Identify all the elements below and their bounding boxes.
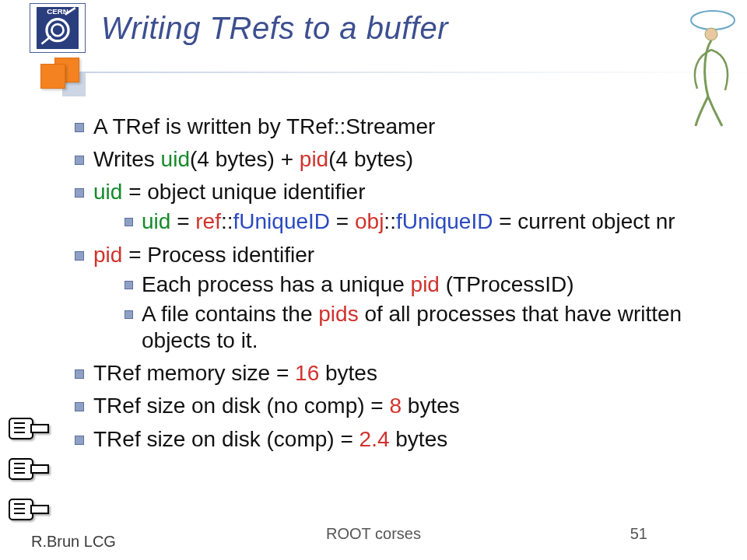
cern-logo-svg: CERN — [34, 7, 81, 49]
slide-content: A TRef is written by TRef::Streamer Writ… — [70, 109, 724, 459]
text-pid: pid — [300, 147, 328, 171]
text: TRef memory size = — [93, 361, 295, 385]
bullet: uid = object unique identifier uid = ref… — [70, 179, 724, 235]
bullet: Writes uid(4 bytes) + pid(4 bytes) — [70, 146, 724, 173]
text: TRef size on disk (comp) = — [93, 427, 359, 451]
text-uid: uid — [161, 147, 190, 171]
text-uid: uid — [142, 209, 170, 233]
bullet: TRef size on disk (comp) = 2.4 bytes — [70, 426, 724, 453]
sub-bullet: Each process has a unique pid (TProcessI… — [120, 271, 724, 298]
pointer-hand-icon — [8, 454, 51, 490]
svg-point-7 — [705, 28, 717, 40]
text: = current object nr — [493, 209, 675, 233]
text-funiqueid: fUniqueID — [233, 209, 331, 233]
text-uid: uid — [93, 180, 122, 204]
slide: CERN Writing TRefs to a buffer A TRef is… — [0, 0, 747, 560]
text: (4 bytes) — [328, 147, 413, 171]
text: :: — [384, 209, 396, 233]
text-value: 16 — [295, 361, 319, 385]
sub-bullet: uid = ref::fUniqueID = obj::fUniqueID = … — [120, 208, 724, 235]
text: = — [330, 209, 355, 233]
bullet: TRef size on disk (no comp) = 8 bytes — [70, 393, 724, 419]
cern-logo: CERN — [30, 3, 86, 53]
footer-page-number: 51 — [630, 525, 647, 543]
text-obj: obj — [355, 209, 384, 233]
svg-point-6 — [691, 11, 735, 30]
text: bytes — [390, 427, 448, 451]
text: (4 bytes) + — [190, 147, 300, 171]
text: bytes — [402, 394, 460, 418]
text-ref: ref — [195, 209, 221, 233]
text-pids: pids — [318, 302, 358, 326]
slide-title: Writing TRefs to a buffer — [101, 11, 448, 46]
text: TRef size on disk (no comp) = — [93, 394, 389, 418]
text: Each process has a unique — [142, 272, 411, 296]
text-pid: pid — [411, 272, 440, 296]
text: = — [170, 209, 195, 233]
text: bytes — [319, 361, 377, 385]
svg-rect-19 — [31, 506, 48, 513]
text-funiqueid: fUniqueID — [396, 209, 493, 233]
pointer-hand-icon — [8, 414, 51, 450]
svg-rect-14 — [31, 465, 48, 473]
text-value: 2.4 — [359, 427, 390, 451]
text: (TProcessID) — [440, 272, 574, 296]
svg-rect-9 — [31, 425, 48, 432]
bullet: A TRef is written by TRef::Streamer — [70, 114, 724, 140]
bullet: TRef memory size = 16 bytes — [70, 360, 724, 387]
text-value: 8 — [389, 394, 402, 418]
pointer-hands — [8, 409, 51, 535]
sub-bullet: A file contains the pids of all processe… — [120, 301, 724, 354]
text-pid: pid — [93, 243, 122, 267]
text: = Process identifier — [122, 243, 314, 267]
text: :: — [221, 209, 233, 233]
svg-text:CERN: CERN — [47, 7, 68, 16]
text: A file contains the — [142, 302, 318, 326]
text: Writes — [93, 147, 161, 171]
text: = object unique identifier — [122, 180, 365, 204]
bullet: pid = Process identifier Each process ha… — [70, 242, 724, 355]
